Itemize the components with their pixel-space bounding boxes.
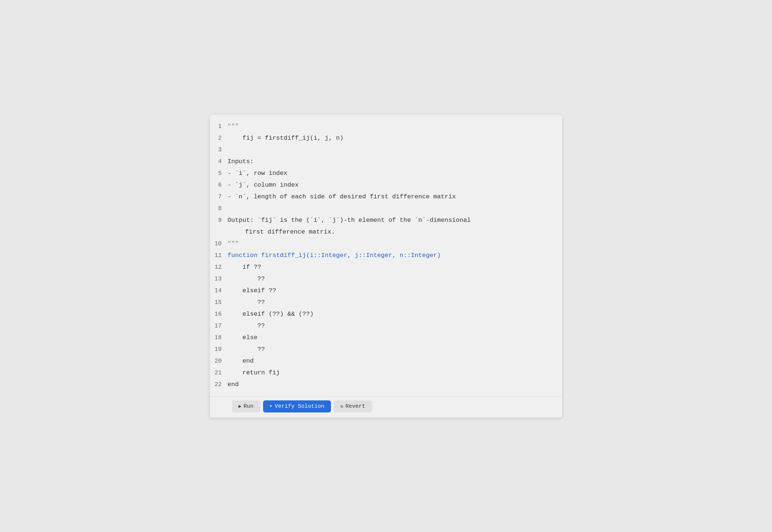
line-number-14: 14: [210, 285, 227, 297]
line-number-19: 19: [210, 344, 227, 355]
run-button[interactable]: ▶ Run: [232, 400, 260, 412]
line-number-20: 20: [210, 355, 227, 367]
line-content-4: Inputs:: [227, 156, 562, 168]
line-content-9b: first difference matrix.: [227, 226, 562, 238]
line-number-17: 17: [210, 320, 227, 332]
line-content-14: elseif ??: [227, 285, 562, 297]
run-label: Run: [244, 403, 254, 410]
code-line-16: 16 elseif (??) && (??): [210, 308, 562, 320]
line-number-6: 6: [210, 179, 227, 191]
code-line-3: 3: [210, 144, 562, 156]
line-content-12: if ??: [227, 261, 562, 273]
line-number-5: 5: [210, 168, 227, 179]
line-number-2: 2: [210, 132, 227, 144]
code-line-12: 12 if ??: [210, 261, 562, 273]
line-number-7: 7: [210, 191, 227, 203]
line-content-9: Output: `fij` is the (`i`, `j`)-th eleme…: [227, 214, 562, 226]
line-content-21: return fij: [227, 367, 562, 379]
line-content-15: ??: [227, 297, 562, 308]
line-content-1: """: [227, 121, 562, 132]
code-line-21: 21 return fij: [210, 367, 562, 379]
code-line-11: 11 function firstdiff_ij(i::Integer, j::…: [210, 250, 562, 261]
line-number-18: 18: [210, 332, 227, 344]
line-content-6: - `j`, column index: [227, 179, 562, 191]
line-number-15: 15: [210, 297, 227, 308]
code-line-19: 19 ??: [210, 344, 562, 355]
code-line-15: 15 ??: [210, 297, 562, 308]
code-line-22: 22 end: [210, 379, 562, 390]
revert-button[interactable]: ↻ Revert: [334, 400, 372, 412]
revert-icon: ↻: [341, 403, 343, 409]
code-line-6: 6 - `j`, column index: [210, 179, 562, 191]
line-number-12: 12: [210, 261, 227, 273]
line-content-2: fij = firstdiff_ij(i, j, n): [227, 132, 562, 144]
code-line-9b: first difference matrix.: [210, 226, 562, 238]
revert-label: Revert: [346, 403, 365, 410]
code-line-4: 4 Inputs:: [210, 156, 562, 168]
code-area: 1 """ 2 fij = firstdiff_ij(i, j, n) 3 4 …: [210, 115, 562, 396]
line-number-9: 9: [210, 214, 227, 226]
code-line-1: 1 """: [210, 121, 562, 132]
code-line-7: 7 - `n`, length of each side of desired …: [210, 191, 562, 203]
line-number-13: 13: [210, 273, 227, 285]
code-line-13: 13 ??: [210, 273, 562, 285]
code-line-5: 5 - `i`, row index: [210, 168, 562, 179]
line-content-13: ??: [227, 273, 562, 285]
verify-label: Verify Solution: [275, 403, 324, 410]
code-line-20: 20 end: [210, 355, 562, 367]
line-content-5: - `i`, row index: [227, 168, 562, 179]
line-number-4: 4: [210, 156, 227, 168]
code-line-14: 14 elseif ??: [210, 285, 562, 297]
line-number-1: 1: [210, 121, 227, 132]
toolbar: ▶ Run ➤ Verify Solution ↻ Revert: [210, 396, 562, 418]
code-line-9: 9 Output: `fij` is the (`i`, `j`)-th ele…: [210, 214, 562, 226]
line-number-11: 11: [210, 250, 227, 261]
code-line-17: 17 ??: [210, 320, 562, 332]
line-number-8: 8: [210, 203, 227, 214]
line-number-21: 21: [210, 367, 227, 379]
line-content-16: elseif (??) && (??): [227, 308, 562, 320]
line-number-22: 22: [210, 379, 227, 390]
line-number-3: 3: [210, 144, 227, 156]
line-content-19: ??: [227, 344, 562, 355]
line-content-7: - `n`, length of each side of desired fi…: [227, 191, 562, 203]
verify-button[interactable]: ➤ Verify Solution: [263, 400, 331, 412]
line-content-18: else: [227, 332, 562, 344]
editor-container: 1 """ 2 fij = firstdiff_ij(i, j, n) 3 4 …: [210, 115, 562, 418]
verify-icon: ➤: [270, 403, 273, 409]
line-content-11: function firstdiff_ij(i::Integer, j::Int…: [227, 250, 562, 261]
line-number-10: 10: [210, 238, 227, 250]
line-content-10: """: [227, 238, 562, 250]
code-line-8: 8: [210, 203, 562, 214]
run-icon: ▶: [238, 403, 241, 409]
code-line-10: 10 """: [210, 238, 562, 250]
line-content-22: end: [227, 379, 562, 390]
line-number-16: 16: [210, 308, 227, 320]
line-content-20: end: [227, 355, 562, 367]
code-line-18: 18 else: [210, 332, 562, 344]
code-line-2: 2 fij = firstdiff_ij(i, j, n): [210, 132, 562, 144]
line-content-17: ??: [227, 320, 562, 332]
